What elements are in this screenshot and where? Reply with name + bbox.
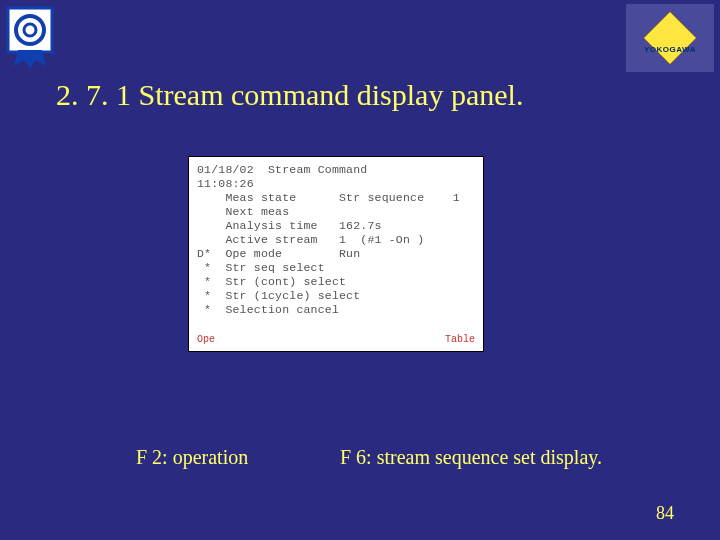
svg-marker-3 — [644, 12, 696, 64]
cert-ribbon-icon — [6, 6, 54, 70]
stream-command-panel: 01/18/02 Stream Command 11:08:26 Meas st… — [188, 156, 484, 352]
page-number: 84 — [656, 503, 674, 524]
footer-table: Table — [445, 334, 475, 345]
slide-title: 2. 7. 1 Stream command display panel. — [56, 78, 523, 112]
caption-f2: F 2: operation — [136, 446, 248, 469]
brand-logo: YOKOGAWA — [626, 4, 714, 72]
panel-text: 01/18/02 Stream Command 11:08:26 Meas st… — [189, 157, 483, 321]
brand-text: YOKOGAWA — [644, 45, 696, 54]
footer-ope: Ope — [197, 334, 215, 345]
caption-f6: F 6: stream sequence set display. — [340, 446, 602, 469]
panel-footer: Ope Table — [197, 334, 475, 345]
